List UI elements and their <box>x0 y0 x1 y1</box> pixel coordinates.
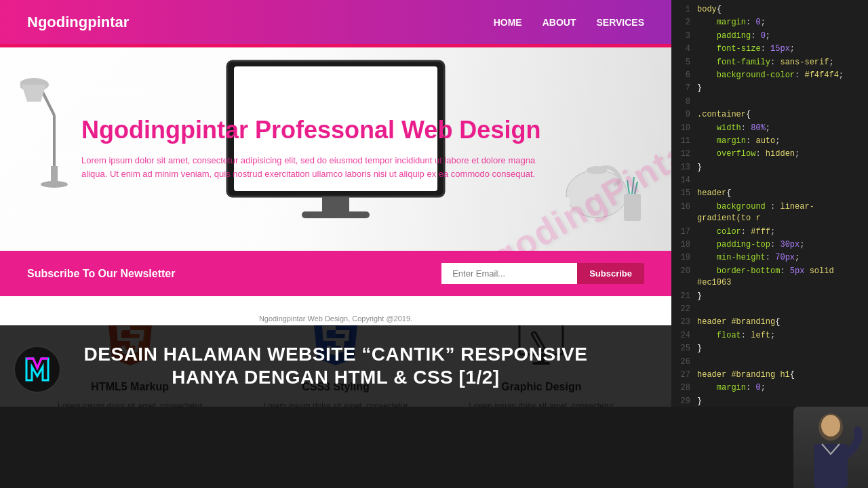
code-panel: 1 body{ 2 margin: 0; 3 padding: 0; 4 fon… <box>671 0 868 407</box>
code-line-28: 28 margin: 0; <box>671 382 868 394</box>
svg-rect-8 <box>302 211 370 218</box>
code-line-22: 22 <box>671 303 868 316</box>
code-line-17: 17 color: #fff; <box>671 226 868 239</box>
code-line-6: 6 background-color: #f4f4f4; <box>671 69 868 82</box>
newsletter-form: Subscribe <box>441 263 644 284</box>
code-line-15: 15 header{ <box>671 187 868 200</box>
code-line-24: 24 float: left; <box>671 329 868 342</box>
site-title: Ngodingpintar <box>27 14 129 31</box>
code-line-23: 23 header #branding{ <box>671 316 868 329</box>
nav-about[interactable]: ABOUT <box>542 17 576 28</box>
footer-text: Ngodingpintar Web Design, Copyright @201… <box>259 314 412 323</box>
code-line-5: 5 font-family: sans-serif; <box>671 56 868 69</box>
svg-line-15 <box>627 180 629 194</box>
site-footer: Ngodingpintar Web Design, Copyright @201… <box>0 312 671 325</box>
code-line-2: 2 margin: 0; <box>671 16 868 29</box>
code-line-27: 27 header #branding h1{ <box>671 369 868 382</box>
hero-subtitle: Lorem ipsum dolor sit amet, consectetur … <box>81 154 556 182</box>
video-title-line2: HANYA DENGAN HTML & CSS [1/2] <box>84 366 588 389</box>
svg-rect-7 <box>322 197 349 214</box>
code-line-29: 29 } <box>671 395 868 407</box>
newsletter-label: Subscribe To Our Newsletter <box>27 268 175 280</box>
person-overlay <box>793 407 868 488</box>
code-line-13: 13 } <box>671 161 868 174</box>
hero-content: Ngodingpintar Professonal Web Design Lor… <box>81 117 556 182</box>
nav-home[interactable]: HOME <box>494 17 522 28</box>
svg-point-11 <box>587 166 607 174</box>
code-line-18: 18 padding-top: 30px; <box>671 239 868 251</box>
svg-rect-38 <box>814 444 848 488</box>
site-branding: Ngodingpintar <box>27 14 129 31</box>
subscribe-button[interactable]: Subscribe <box>577 263 644 284</box>
code-line-16: 16 background : linear-gradient(to r <box>671 201 868 226</box>
svg-rect-12 <box>549 197 570 214</box>
video-title: DESAIN HALAMAN WEBSITE “CANTIK” RESPONSI… <box>84 343 588 388</box>
video-title-line1: DESAIN HALAMAN WEBSITE “CANTIK” RESPONSI… <box>84 343 588 366</box>
code-line-9: 9 .container{ <box>671 108 868 121</box>
svg-line-16 <box>632 177 634 194</box>
newsletter-section: Subscribe To Our Newsletter Subscribe <box>0 251 671 296</box>
channel-logo <box>14 346 61 393</box>
svg-line-17 <box>635 182 637 194</box>
svg-point-39 <box>821 415 840 436</box>
site-header: Ngodingpintar HOME ABOUT SERVICES <box>0 0 671 47</box>
code-line-21: 21 } <box>671 290 868 303</box>
hero-title: Ngodingpintar Professonal Web Design <box>81 117 556 144</box>
code-line-3: 3 padding: 0; <box>671 30 868 43</box>
svg-rect-14 <box>624 194 641 221</box>
bottom-overlay: DESAIN HALAMAN WEBSITE “CANTIK” RESPONSI… <box>0 325 671 407</box>
hero-section:  @NgodingPintar <box>0 47 671 251</box>
code-line-20: 20 border-bottom: 5px solid #ec1063 <box>671 265 868 290</box>
code-line-14: 14 <box>671 174 868 187</box>
code-line-7: 7 } <box>671 82 868 95</box>
code-line-11: 11 margin: auto; <box>671 135 868 148</box>
code-line-26: 26 <box>671 356 868 369</box>
code-line-12: 12 overflow: hidden; <box>671 148 868 161</box>
code-line-25: 25 } <box>671 342 868 355</box>
nav-services[interactable]: SERVICES <box>596 17 644 28</box>
email-input[interactable] <box>441 263 577 284</box>
website-preview: Ngodingpintar HOME ABOUT SERVICES <box>0 0 671 407</box>
code-line-8: 8 <box>671 96 868 108</box>
svg-rect-13 <box>573 199 590 214</box>
code-line-4: 4 font-size: 15px; <box>671 43 868 56</box>
code-line-1: 1 body{ <box>671 3 868 16</box>
site-nav: HOME ABOUT SERVICES <box>494 16 644 28</box>
svg-rect-4 <box>51 166 58 185</box>
code-line-10: 10 width: 80%; <box>671 122 868 135</box>
person-silhouette <box>793 407 868 488</box>
lamp-icon <box>20 61 81 197</box>
code-line-19: 19 min-height: 70px; <box>671 251 868 264</box>
